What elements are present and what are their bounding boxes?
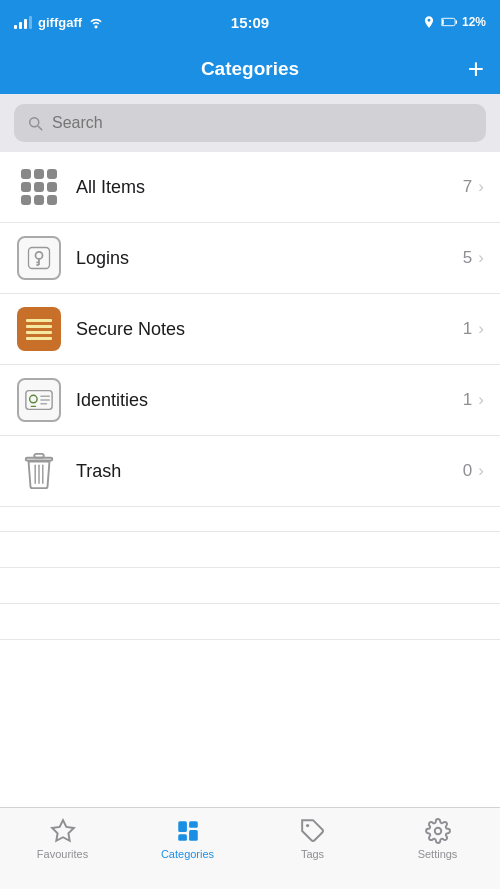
tab-tags[interactable]: Tags xyxy=(250,818,375,860)
svg-rect-2 xyxy=(442,19,444,25)
carrier-label: giffgaff xyxy=(38,15,82,30)
battery-label: 12% xyxy=(462,15,486,29)
svg-rect-20 xyxy=(189,821,198,828)
category-label-trash: Trash xyxy=(76,461,463,482)
identities-icon xyxy=(16,377,62,423)
key-svg xyxy=(25,244,53,272)
category-count-all-items: 7 xyxy=(463,177,472,197)
search-input[interactable] xyxy=(52,114,474,132)
settings-icon xyxy=(425,818,451,844)
status-bar: giffgaff 15:09 12% xyxy=(0,0,500,44)
category-item-all-items[interactable]: All Items 7 › xyxy=(0,152,500,223)
location-icon xyxy=(422,15,436,29)
svg-rect-15 xyxy=(34,454,44,458)
chevron-icon-logins: › xyxy=(478,248,484,268)
identity-svg xyxy=(24,385,54,415)
all-items-icon xyxy=(16,164,62,210)
svg-rect-19 xyxy=(178,821,187,832)
battery-icon xyxy=(441,15,457,29)
category-count-secure-notes: 1 xyxy=(463,319,472,339)
category-item-trash[interactable]: Trash 0 › xyxy=(0,436,500,507)
category-item-logins[interactable]: Logins 5 › xyxy=(0,223,500,294)
tab-tags-label: Tags xyxy=(301,848,324,860)
chevron-icon-identities: › xyxy=(478,390,484,410)
tab-bar: Favourites Categories Tags Settings xyxy=(0,807,500,889)
tab-favourites-label: Favourites xyxy=(37,848,88,860)
status-time: 15:09 xyxy=(231,14,269,31)
signal-bars xyxy=(14,15,32,29)
svg-rect-21 xyxy=(178,834,187,841)
tab-settings[interactable]: Settings xyxy=(375,818,500,860)
status-left: giffgaff xyxy=(14,15,104,30)
logins-icon xyxy=(16,235,62,281)
category-label-identities: Identities xyxy=(76,390,463,411)
wifi-icon xyxy=(88,15,104,29)
chevron-icon-all-items: › xyxy=(478,177,484,197)
search-bar xyxy=(14,104,486,142)
svg-point-24 xyxy=(434,828,441,835)
categories-icon xyxy=(175,818,201,844)
favourites-icon xyxy=(50,818,76,844)
secure-notes-icon xyxy=(16,306,62,352)
svg-point-4 xyxy=(36,252,43,259)
categories-list: All Items 7 › Logins 5 › xyxy=(0,152,500,807)
nav-bar: Categories + xyxy=(0,44,500,94)
category-count-identities: 1 xyxy=(463,390,472,410)
tags-icon xyxy=(300,818,326,844)
svg-rect-10 xyxy=(31,406,37,407)
tab-categories-label: Categories xyxy=(161,848,214,860)
chevron-icon-secure-notes: › xyxy=(478,319,484,339)
svg-point-23 xyxy=(305,824,308,827)
tab-favourites[interactable]: Favourites xyxy=(0,818,125,860)
category-count-logins: 5 xyxy=(463,248,472,268)
svg-rect-22 xyxy=(189,830,198,841)
tab-categories[interactable]: Categories xyxy=(125,818,250,860)
nav-title: Categories xyxy=(201,58,299,80)
trash-icon xyxy=(16,448,62,494)
tab-settings-label: Settings xyxy=(418,848,458,860)
trash-svg xyxy=(21,452,57,490)
category-label-all-items: All Items xyxy=(76,177,463,198)
category-label-logins: Logins xyxy=(76,248,463,269)
category-count-trash: 0 xyxy=(463,461,472,481)
chevron-icon-trash: › xyxy=(478,461,484,481)
svg-point-9 xyxy=(30,395,38,403)
svg-rect-1 xyxy=(456,20,457,24)
category-item-identities[interactable]: Identities 1 › xyxy=(0,365,500,436)
add-category-button[interactable]: + xyxy=(468,55,484,83)
status-right: 12% xyxy=(422,15,486,29)
search-icon xyxy=(26,114,44,132)
search-container xyxy=(0,94,500,152)
category-item-secure-notes[interactable]: Secure Notes 1 › xyxy=(0,294,500,365)
category-label-secure-notes: Secure Notes xyxy=(76,319,463,340)
